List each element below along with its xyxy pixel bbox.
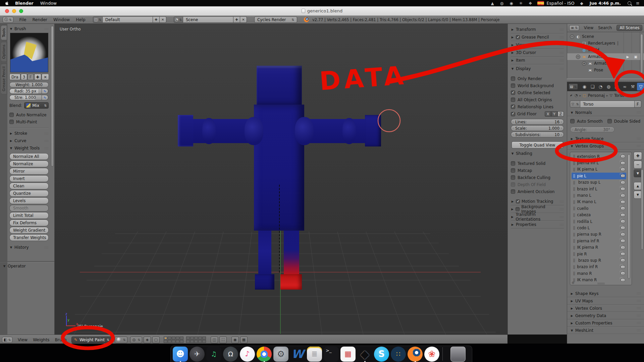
mano R[interactable]: ⣿ mano R: [572, 270, 626, 277]
scene-crumb-icon[interactable]: ◔: [575, 93, 578, 98]
brush-datablock-button[interactable]: Dra: [9, 74, 20, 80]
panel-header[interactable]: ▶Stroke: [9, 130, 49, 137]
mesh-crumb[interactable]: Torso: [614, 93, 625, 98]
tab-render[interactable]: ◉: [581, 83, 588, 90]
editor-splitter[interactable]: [567, 78, 644, 82]
weight-slider[interactable]: Weight: 1.000: [9, 82, 49, 87]
weight-tool-button[interactable]: Quantize: [9, 190, 49, 197]
creative-cloud-icon[interactable]: ◉: [509, 1, 513, 6]
menubar-window-menu[interactable]: Window: [40, 1, 57, 6]
shading-checkbox-row[interactable]: Matcap: [511, 167, 564, 174]
toggle-checkbox-row[interactable]: Auto Normalize: [9, 111, 49, 118]
lock-icon[interactable]: [621, 252, 625, 255]
fake-user-button[interactable]: F: [635, 101, 641, 108]
lock-icon[interactable]: [621, 239, 625, 242]
delete-scene-button[interactable]: ✕: [240, 16, 247, 23]
properties-section-header[interactable]: ▶Custom Properties: [567, 319, 644, 327]
render-engine-selector[interactable]: Cycles Render⇅: [254, 16, 297, 23]
spotlight-icon[interactable]: [628, 1, 631, 5]
add-screen-layout-button[interactable]: ✚: [153, 16, 160, 23]
properties-section-header[interactable]: ▶Shape Keys: [567, 290, 644, 297]
brush-datablock-button[interactable]: F: [28, 74, 34, 80]
add-vertex-group-button[interactable]: ✚: [634, 152, 642, 160]
mesh-name-field[interactable]: Torso: [580, 101, 635, 108]
3d-viewport[interactable]: User Ortho (9) Personaje z y x: [55, 24, 507, 335]
scene-value[interactable]: Scene: [183, 16, 233, 23]
menubar-app-name[interactable]: Blender: [15, 1, 34, 6]
layers-widget[interactable]: [164, 337, 206, 343]
n-panel-section-header[interactable]: ▶View: [511, 41, 564, 49]
weight-tools-header[interactable]: ▼Weight Tools: [9, 144, 49, 152]
n-panel-section-header[interactable]: ▶Transform Orientations: [511, 213, 564, 221]
weight-tool-button[interactable]: Transfer Weights: [9, 234, 49, 241]
dock-chrome[interactable]: ◉: [257, 347, 272, 362]
pivot-point-dropdown[interactable]: ⊙⇅: [130, 337, 142, 343]
n-panel-section-header[interactable]: ▶Properties: [511, 221, 564, 229]
lock-icon[interactable]: [621, 174, 625, 177]
list-expand-icon[interactable]: ⊕: [572, 281, 574, 285]
pierna inf R[interactable]: ⣿ pierna inf R: [572, 238, 626, 244]
strength-pressure-icon[interactable]: ✎: [42, 95, 48, 100]
grid-floor-y-button[interactable]: Y: [551, 111, 557, 117]
n-panel-section-header[interactable]: ▶Transform: [511, 26, 564, 34]
weight-tool-button[interactable]: Normalize: [9, 161, 49, 167]
auto-smooth-checkbox[interactable]: Auto Smooth: [570, 118, 603, 125]
panel-header[interactable]: ▶Curve: [9, 137, 49, 144]
input-source-flag-icon[interactable]: ISO: [537, 1, 544, 5]
lock-icon[interactable]: [621, 187, 625, 190]
delete-screen-layout-button[interactable]: ✕: [160, 16, 166, 23]
codo L[interactable]: ⣿ codo L: [572, 225, 626, 231]
dock-itunes[interactable]: ♪: [240, 347, 255, 362]
outliner-search-menu[interactable]: Search: [598, 25, 612, 30]
proportional-edit-icon[interactable]: ▢: [152, 337, 160, 343]
lock-icon[interactable]: [621, 279, 625, 282]
tool-shelf-scrollbar[interactable]: [51, 26, 54, 167]
n-panel-section-header[interactable]: ▶3D Cursor: [511, 49, 564, 57]
dock-blender[interactable]: ◎: [408, 347, 423, 362]
google-drive-icon[interactable]: ▲: [491, 1, 494, 6]
texture-space-panel-header[interactable]: ▶Texture Space: [567, 135, 644, 142]
properties-editor-type-button[interactable]: ▤⇅: [569, 83, 578, 90]
dock-launchpad[interactable]: ✈: [190, 347, 205, 362]
tab-modifiers[interactable]: ⚒: [629, 83, 637, 90]
display-checkbox-row[interactable]: All Object Origins: [511, 96, 564, 103]
vertex-groups-panel-header[interactable]: ▼Vertex Groups: [567, 142, 644, 150]
security-tray-icon[interactable]: ◆: [580, 1, 583, 6]
lock-icon[interactable]: [621, 168, 625, 171]
apple-menu-icon[interactable]: [5, 1, 9, 5]
viewport-view-menu[interactable]: View: [18, 338, 28, 342]
expander-icon[interactable]: +: [582, 61, 586, 66]
opengl-render-icon[interactable]: ◉: [231, 337, 239, 343]
operator-panel-header[interactable]: ▼Operator: [3, 264, 26, 268]
display-checkbox-row[interactable]: World Background: [511, 82, 564, 89]
menubar-clock[interactable]: Jue 4:46 p.m.: [590, 1, 621, 6]
object-crumb[interactable]: Personaj: [588, 93, 605, 98]
lock-icon[interactable]: [621, 207, 625, 210]
display-checkbox-row[interactable]: Relationship Lines: [511, 103, 564, 110]
grid-floor-x-button[interactable]: X: [545, 111, 551, 117]
tab-object[interactable]: ▢: [613, 83, 621, 90]
number-field[interactable]: Lines:16: [511, 119, 564, 125]
outliner-row[interactable]: ◍ World: [567, 47, 644, 53]
properties-scrollbar[interactable]: [641, 169, 643, 250]
shading-checkbox-row[interactable]: Backface Culling: [511, 174, 564, 181]
lock-icon[interactable]: [621, 220, 625, 223]
properties-section-header[interactable]: ▶Geometry Data: [567, 312, 644, 319]
remove-vertex-group-button[interactable]: −: [634, 161, 642, 169]
IK pierna R[interactable]: ⣿ IK pierna R: [572, 244, 626, 250]
cuello[interactable]: ⣿ cuello: [572, 205, 626, 212]
outliner-scrollbar[interactable]: [640, 34, 643, 73]
IK mano L[interactable]: ⣿ IK mano L: [572, 199, 626, 205]
dock-finder[interactable]: ☻: [173, 347, 188, 362]
screen-layout-value[interactable]: Default: [103, 16, 153, 23]
outliner-row[interactable]: − ◐ Scene: [567, 33, 644, 40]
tab-constraints[interactable]: ∞: [621, 83, 629, 90]
weight-tool-button[interactable]: Weight Gradient: [9, 227, 49, 234]
weight-tool-button[interactable]: Mirror: [9, 168, 49, 175]
outliner-view-menu[interactable]: View: [584, 25, 593, 30]
outliner-row[interactable]: + ж Armature: [567, 60, 644, 67]
weight-tool-button[interactable]: Limit Total: [9, 212, 49, 219]
expander-icon[interactable]: −: [570, 35, 574, 39]
mode-dropdown[interactable]: ✎ Weight Paint ⇅: [71, 337, 112, 343]
vertex-groups-scrollbar[interactable]: [628, 154, 630, 279]
